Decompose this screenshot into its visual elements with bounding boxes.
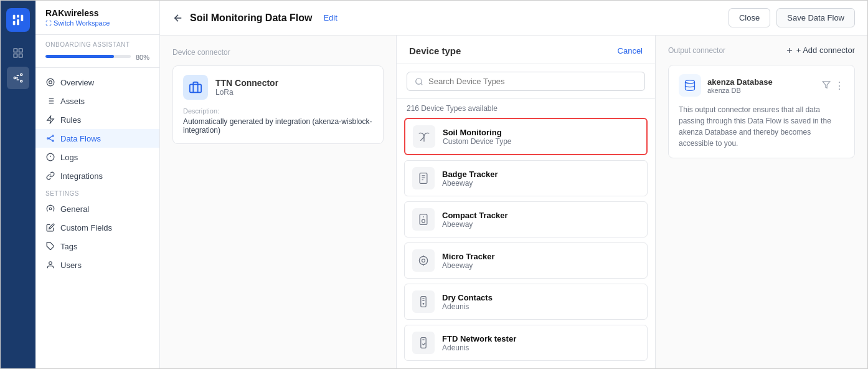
add-connector-button[interactable]: + Add connector (785, 46, 855, 55)
nav-item-integrations[interactable]: Integrations (35, 166, 159, 185)
svg-line-35 (421, 83, 423, 85)
connector-description: Automatically generated by integration (… (183, 117, 373, 135)
nav-item-custom-fields[interactable]: Custom Fields (35, 218, 159, 237)
svg-point-44 (422, 259, 425, 262)
soil-monitoring-icon (413, 125, 435, 148)
connector-desc-label: Description: (183, 107, 373, 115)
brand-logo (6, 8, 30, 32)
dry-contacts-icon (412, 290, 435, 313)
icon-sidebar (1, 1, 35, 368)
svg-point-34 (416, 78, 422, 84)
left-navigation: RAKwireless Switch Workspace ONBOARDING … (35, 1, 160, 368)
workspace-name: RAKwireless (45, 8, 149, 18)
main-content: Soil Monitoring Data Flow Edit Close Sav… (160, 1, 867, 368)
nav-logs-label: Logs (60, 153, 78, 162)
nav-item-users[interactable]: Users (35, 256, 159, 274)
rules-icon (45, 115, 55, 125)
svg-marker-20 (47, 116, 54, 123)
nav-general-label: General (60, 204, 89, 214)
svg-point-55 (686, 80, 695, 84)
soil-monitoring-sub: Custom Device Type (443, 137, 512, 146)
svg-rect-4 (17, 19, 19, 25)
svg-line-24 (49, 137, 52, 139)
integrations-icon (45, 171, 55, 181)
output-connector-description: This output connector ensures that all d… (679, 104, 844, 149)
svg-point-43 (419, 256, 427, 264)
svg-line-25 (49, 138, 52, 141)
device-item-badge-tracker[interactable]: Badge Tracker Abeeway (404, 160, 648, 196)
onboarding-progress-fill (45, 55, 114, 58)
more-options-icon[interactable]: ⋮ (834, 80, 844, 92)
nav-item-logs[interactable]: Logs (35, 148, 159, 166)
akenza-db-icon (679, 74, 701, 97)
svg-rect-5 (14, 49, 17, 52)
svg-point-29 (49, 208, 52, 210)
nav-item-data-flows[interactable]: Data Flows (35, 129, 159, 148)
top-bar: Soil Monitoring Data Flow Edit Close Sav… (160, 1, 867, 36)
nav-integrations-label: Integrations (60, 171, 103, 181)
close-button[interactable]: Close (729, 8, 770, 27)
page-title: Soil Monitoring Data Flow (190, 12, 312, 24)
nav-dataflows-label: Data Flows (60, 134, 101, 143)
ftd-name: FTD Network tester (442, 334, 516, 343)
save-data-flow-button[interactable]: Save Data Flow (776, 8, 855, 27)
ttn-connector-card: TTN Connector LoRa Description: Automati… (172, 65, 384, 144)
svg-rect-8 (19, 54, 22, 57)
device-item-micro-tracker[interactable]: Micro Tracker Abeeway (404, 242, 648, 279)
nav-custom-fields-label: Custom Fields (60, 223, 112, 232)
nav-item-overview[interactable]: Overview (35, 73, 159, 92)
output-connector-sub: akenza DB (707, 87, 816, 94)
svg-point-23 (52, 140, 54, 141)
device-count-label: 216 Device Types available (397, 99, 655, 118)
badge-tracker-sub: Abeeway (442, 179, 498, 188)
output-connector-name: akenza Database (707, 77, 816, 87)
svg-rect-1 (17, 15, 19, 18)
sidebar-icon-flows[interactable] (7, 67, 29, 89)
nav-rules-label: Rules (60, 115, 81, 125)
compact-tracker-sub: Abeeway (442, 220, 508, 229)
nav-item-tags[interactable]: Tags (35, 237, 159, 256)
micro-tracker-sub: Abeeway (442, 261, 495, 270)
nav-item-assets[interactable]: Assets (35, 92, 159, 110)
sidebar-icon-dashboard[interactable] (7, 42, 29, 64)
nav-tags-label: Tags (60, 242, 77, 251)
assets-icon (45, 96, 55, 106)
connector-name: TTN Connector (215, 78, 278, 88)
device-item-dry-contacts[interactable]: Dry Contacts Adeunis (404, 284, 648, 320)
edit-link[interactable]: Edit (323, 13, 337, 22)
svg-point-21 (47, 138, 49, 139)
custom-fields-icon (45, 223, 55, 232)
dry-contacts-sub: Adeunis (442, 302, 493, 311)
device-type-panel: Device type Cancel 216 Device Types avai… (397, 36, 656, 368)
output-connector-panel: Output connector + Add connector akenza … (656, 36, 867, 368)
filter-icon[interactable] (822, 80, 831, 91)
device-item-soil-monitoring[interactable]: Soil Monitoring Custom Device Type (404, 118, 648, 155)
akenza-database-card: akenza Database akenza DB ⋮ This output … (668, 65, 855, 158)
device-item-compact-tracker[interactable]: Compact Tracker Abeeway (404, 201, 648, 237)
tags-icon (45, 241, 55, 251)
svg-point-10 (21, 74, 22, 75)
nav-assets-label: Assets (60, 97, 85, 106)
switch-workspace-link[interactable]: Switch Workspace (45, 19, 149, 27)
ftd-sub: Adeunis (442, 343, 516, 352)
output-connector-title: Output connector (668, 46, 725, 55)
device-item-ftd-network-tester[interactable]: FTD Network tester Adeunis (404, 325, 648, 361)
svg-point-9 (14, 77, 16, 79)
svg-rect-36 (420, 173, 427, 184)
svg-point-31 (49, 262, 52, 265)
badge-tracker-icon (412, 167, 435, 189)
svg-marker-56 (823, 81, 830, 88)
search-device-types-input[interactable] (428, 77, 637, 86)
svg-point-41 (422, 219, 425, 223)
compact-tracker-icon (412, 208, 435, 231)
svg-rect-3 (13, 21, 16, 25)
nav-item-rules[interactable]: Rules (35, 110, 159, 129)
svg-rect-0 (13, 15, 16, 19)
data-flows-icon (45, 133, 55, 143)
onboarding-progress-pct: 80% (136, 54, 149, 61)
cancel-button[interactable]: Cancel (618, 46, 643, 55)
connector-sub: LoRa (215, 88, 278, 97)
compact-tracker-name: Compact Tracker (442, 211, 508, 220)
back-button[interactable] (172, 12, 184, 24)
nav-item-general[interactable]: General (35, 199, 159, 218)
